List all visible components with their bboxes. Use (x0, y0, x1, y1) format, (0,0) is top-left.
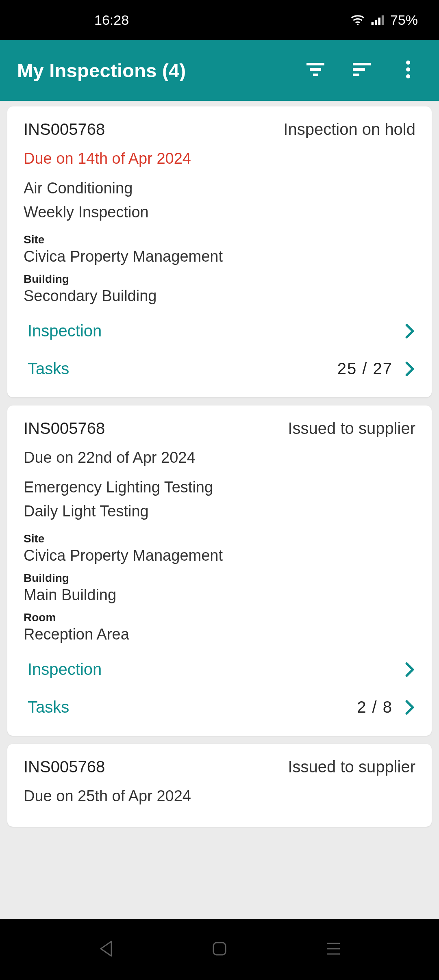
inspection-link[interactable]: Inspection (24, 312, 415, 350)
svg-rect-1 (372, 22, 374, 25)
room-value: Reception Area (24, 626, 415, 643)
sort-button[interactable] (350, 59, 373, 82)
svg-rect-8 (353, 63, 371, 65)
inspection-category: Emergency Lighting Testing (24, 479, 415, 496)
svg-point-13 (406, 74, 410, 78)
inspection-card[interactable]: INS005768 Issued to supplier Due on 25th… (7, 744, 432, 827)
status-time: 16:28 (94, 12, 129, 28)
inspection-category: Air Conditioning (24, 180, 415, 197)
chevron-right-icon (404, 661, 415, 678)
app-bar: My Inspections (4) (0, 40, 439, 101)
inspection-link-label: Inspection (28, 660, 102, 679)
filter-button[interactable] (304, 59, 327, 82)
svg-point-11 (406, 61, 410, 65)
inspection-status: Issued to supplier (288, 419, 415, 438)
inspection-id: INS005768 (24, 419, 105, 438)
page-title: My Inspections (4) (17, 59, 304, 82)
nav-back-icon (98, 940, 114, 959)
system-nav-bar (0, 919, 439, 980)
wifi-icon (350, 14, 365, 26)
svg-rect-6 (310, 68, 321, 71)
tasks-link-label: Tasks (28, 360, 69, 378)
filter-icon (306, 61, 325, 79)
inspection-id: INS005768 (24, 120, 105, 139)
nav-recents-icon (325, 941, 341, 958)
inspection-card[interactable]: INS005768 Inspection on hold Due on 14th… (7, 106, 432, 397)
svg-rect-3 (378, 17, 380, 25)
site-label: Site (24, 233, 415, 246)
home-button[interactable] (203, 933, 236, 966)
status-indicators: 75% (350, 12, 418, 28)
task-count: 2 / 8 (357, 698, 393, 716)
signal-icon (371, 14, 385, 26)
chevron-right-icon (404, 323, 415, 339)
back-button[interactable] (89, 933, 122, 966)
svg-rect-5 (306, 63, 324, 65)
inspection-card[interactable]: INS005768 Issued to supplier Due on 22nd… (7, 405, 432, 736)
svg-rect-9 (353, 68, 365, 71)
svg-rect-2 (375, 20, 377, 25)
svg-rect-14 (213, 943, 226, 955)
sort-icon (352, 61, 372, 79)
inspection-status: Issued to supplier (288, 758, 415, 776)
chevron-right-icon (404, 361, 415, 377)
inspection-due: Due on 22nd of Apr 2024 (24, 449, 415, 466)
overflow-menu-button[interactable] (397, 59, 419, 82)
inspection-schedule: Daily Light Testing (24, 503, 415, 520)
task-count: 25 / 27 (337, 360, 393, 378)
svg-rect-10 (353, 74, 359, 76)
more-vert-icon (405, 60, 411, 81)
site-value: Civica Property Management (24, 248, 415, 265)
inspection-due: Due on 25th of Apr 2024 (24, 787, 415, 805)
inspection-due: Due on 14th of Apr 2024 (24, 150, 415, 167)
inspection-link[interactable]: Inspection (24, 650, 415, 688)
svg-point-0 (357, 24, 359, 25)
battery-text: 75% (390, 12, 418, 28)
nav-home-icon (211, 941, 228, 958)
inspection-schedule: Weekly Inspection (24, 204, 415, 221)
tasks-link[interactable]: Tasks 25 / 27 (24, 350, 415, 388)
svg-point-12 (406, 67, 410, 72)
svg-rect-4 (382, 15, 384, 25)
building-label: Building (24, 273, 415, 286)
svg-rect-7 (313, 74, 318, 76)
inspection-status: Inspection on hold (283, 120, 415, 139)
room-label: Room (24, 611, 415, 624)
building-value: Main Building (24, 586, 415, 604)
recents-button[interactable] (317, 933, 350, 966)
site-value: Civica Property Management (24, 547, 415, 564)
building-value: Secondary Building (24, 287, 415, 305)
tasks-link[interactable]: Tasks 2 / 8 (24, 688, 415, 726)
chevron-right-icon (404, 699, 415, 715)
site-label: Site (24, 532, 415, 545)
inspection-id: INS005768 (24, 758, 105, 776)
inspection-link-label: Inspection (28, 322, 102, 340)
building-label: Building (24, 572, 415, 585)
tasks-link-label: Tasks (28, 698, 69, 716)
status-bar: 16:28 75% (0, 0, 439, 40)
inspection-list[interactable]: INS005768 Inspection on hold Due on 14th… (0, 101, 439, 919)
